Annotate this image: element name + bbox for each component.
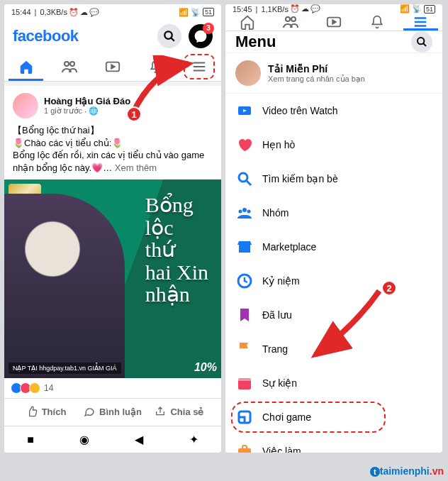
calendar-icon <box>235 374 254 392</box>
profile-subtitle: Xem trang cá nhân của bạn <box>268 74 365 84</box>
svg-line-15 <box>423 43 426 46</box>
recent-apps-button[interactable]: ■ <box>27 433 34 446</box>
menu-item-label: Đã lưu <box>262 309 292 321</box>
step-badge-1: 1 <box>126 106 142 122</box>
status-bar: 15:44 | 0,3KB/s ⏰ ☁ 💬 📶 📡 51 <box>4 4 221 20</box>
phone-right: 15:45 | 1,1KB/s ⏰ ☁ 💬 📶 📡 51 Menu Tải Mi… <box>225 4 442 453</box>
share-button[interactable]: Chia sẻ <box>146 399 213 424</box>
status-net: 1,1KB/s <box>261 5 289 13</box>
menu-item-watch[interactable]: Video trên Watch <box>225 94 442 128</box>
tab-notifications[interactable] <box>356 13 399 31</box>
svg-point-21 <box>247 210 251 214</box>
svg-point-9 <box>291 17 296 21</box>
svg-point-19 <box>242 208 247 212</box>
alarm-icon: ⏰ <box>69 8 79 17</box>
menu-item-label: Sự kiện <box>262 377 297 389</box>
cloud-icon: ☁ <box>80 8 88 17</box>
menu-item-group[interactable]: Nhóm <box>225 196 442 230</box>
svg-point-8 <box>286 17 290 21</box>
character-art <box>4 194 125 378</box>
post-avatar[interactable] <box>13 93 38 118</box>
post-text: 【Bổng lộc thứ hai】 🌷Chào các vị tiểu chủ… <box>13 124 213 174</box>
wifi-icon: 📡 <box>191 8 201 17</box>
battery-pct: 51 <box>203 8 214 16</box>
wifi-icon: 📡 <box>412 4 422 13</box>
flag-icon <box>235 340 254 358</box>
reactions-row[interactable]: 14 <box>13 378 213 398</box>
menu-item-label: Nhóm <box>262 207 289 219</box>
status-time: 15:44 <box>11 8 31 16</box>
tab-friends[interactable] <box>269 13 312 31</box>
friends-icon <box>61 58 78 75</box>
status-time: 15:45 <box>233 5 252 13</box>
menu-item-heart[interactable]: Hẹn hò <box>225 128 442 162</box>
svg-line-18 <box>247 181 251 185</box>
news-feed[interactable]: Hoàng Hậu Giá Đáo 1 giờ trước · 🌐 【Bổng … <box>4 82 221 426</box>
comment-button[interactable]: Bình luận <box>79 399 146 424</box>
post-author[interactable]: Hoàng Hậu Giá Đáo <box>44 96 130 106</box>
search-button[interactable] <box>157 24 181 48</box>
tab-home[interactable] <box>225 13 269 31</box>
profile-avatar <box>235 60 261 86</box>
menu-item-label: Marketplace <box>262 241 316 253</box>
messenger-badge: 3 <box>203 23 214 34</box>
svg-rect-24 <box>238 378 251 381</box>
watch-icon <box>105 59 121 74</box>
discount-badge: 10% <box>194 361 217 374</box>
battery-pct: 51 <box>424 5 435 13</box>
watermark: ttaimienphi.vn <box>370 465 444 477</box>
menu-title: Menu <box>235 33 276 51</box>
home-button[interactable]: ◉ <box>79 433 89 446</box>
menu-item-label: Trang <box>262 343 288 355</box>
profile-row[interactable]: Tải Miễn Phí Xem trang cá nhân của bạn <box>225 53 442 94</box>
android-navbar: ■ ◉ ◀ ✦ <box>4 426 221 453</box>
tab-friends[interactable] <box>47 52 91 81</box>
profile-name: Tải Miễn Phí <box>268 63 365 74</box>
messenger-button[interactable]: 3 <box>189 24 213 48</box>
menu-item-game[interactable]: Chơi game <box>225 400 442 434</box>
see-more-link[interactable]: Xem thêm <box>115 162 157 173</box>
job-icon <box>235 442 254 453</box>
search-icon <box>416 36 427 48</box>
tab-menu[interactable] <box>399 13 442 31</box>
messenger-icon: 💬 <box>310 4 320 13</box>
menu-search-button[interactable] <box>411 31 432 52</box>
heart-icon <box>235 136 254 154</box>
search-icon <box>163 30 176 43</box>
post-image[interactable]: Bổng lộc thứ hai Xin nhận NẠP TẠI hhgdpa… <box>4 179 221 378</box>
arrow-to-game <box>305 284 390 365</box>
back-button[interactable]: ◀ <box>135 433 143 446</box>
watch-icon <box>235 101 254 120</box>
bookmark-icon <box>235 306 254 324</box>
menu-item-search-friend[interactable]: Tìm kiếm bạn bè <box>225 162 442 196</box>
tab-home[interactable] <box>4 52 47 81</box>
like-button[interactable]: Thích <box>13 399 79 424</box>
bell-icon <box>370 15 384 29</box>
menu-item-calendar[interactable]: Sự kiện <box>225 366 442 400</box>
accessibility-button[interactable]: ✦ <box>189 433 198 446</box>
signal-icon: 📶 <box>179 8 189 17</box>
messenger-icon: 💬 <box>89 8 99 17</box>
promo-text: Bổng lộc thứ hai Xin nhận <box>145 194 208 306</box>
menu-item-label: Tìm kiếm bạn bè <box>262 173 338 184</box>
tab-bar <box>225 13 442 31</box>
facebook-logo[interactable]: facebook <box>13 27 79 45</box>
step-badge-2: 2 <box>381 280 397 296</box>
clock-icon <box>235 272 254 290</box>
tab-watch[interactable] <box>312 13 355 31</box>
svg-rect-26 <box>238 448 251 453</box>
menu-list: Video trên WatchHẹn hòTìm kiếm bạn bèNhó… <box>225 94 442 453</box>
svg-point-3 <box>70 62 74 66</box>
cloud-icon: ☁ <box>301 4 309 13</box>
menu-item-job[interactable]: Việc làm <box>225 434 442 453</box>
home-icon <box>18 59 34 74</box>
haha-reaction-icon <box>29 382 40 394</box>
fb-header: facebook 3 <box>4 20 221 52</box>
signal-icon: 📶 <box>400 4 410 13</box>
menu-item-store[interactable]: Marketplace <box>225 230 442 264</box>
friends-icon <box>282 13 299 31</box>
search-friend-icon <box>235 170 254 188</box>
menu-item-label: Chơi game <box>262 411 311 423</box>
watch-icon <box>326 14 342 30</box>
group-icon <box>235 204 254 222</box>
